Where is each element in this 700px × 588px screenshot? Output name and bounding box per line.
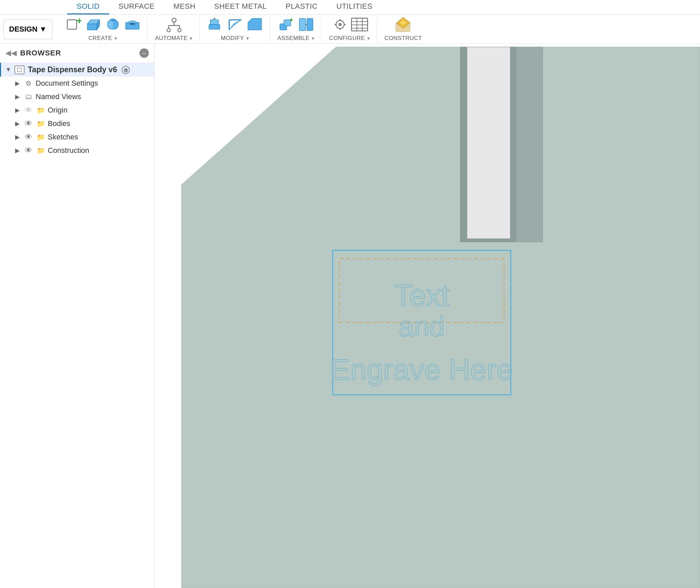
named-views-label: Named Views — [36, 92, 81, 101]
configure-table-icon[interactable] — [351, 17, 368, 32]
tab-surface[interactable]: SURFACE — [109, 0, 164, 14]
tool-group-modify: MODIFY ▼ — [201, 17, 270, 42]
tree-root[interactable]: ▼ □ Tape Dispenser Body v6 ◎ — [0, 63, 154, 77]
tree-item-bodies[interactable]: ▶ 👁 📁 Bodies — [0, 117, 154, 130]
automate-icon[interactable] — [165, 17, 183, 32]
svg-point-14 — [167, 29, 170, 32]
svg-text:and: and — [399, 311, 445, 342]
construction-arrow: ▶ — [13, 147, 22, 154]
doc-settings-label: Document Settings — [36, 79, 98, 88]
tab-sheet-metal[interactable]: SHEET METAL — [205, 0, 276, 14]
origin-arrow: ▶ — [13, 107, 22, 114]
fillet-icon[interactable] — [227, 17, 244, 32]
design-label: DESIGN — [9, 25, 37, 34]
modify-label[interactable]: MODIFY ▼ — [221, 35, 250, 42]
sketches-label: Sketches — [48, 133, 78, 141]
tab-mesh[interactable]: MESH — [164, 0, 205, 14]
svg-point-29 — [338, 23, 342, 26]
construction-eye-icon[interactable]: 👁 — [24, 146, 34, 155]
automate-label[interactable]: AUTOMATE ▼ — [155, 35, 193, 42]
browser-minimize-btn[interactable]: – — [139, 48, 149, 58]
tree-item-origin[interactable]: ▶ 👁 📁 Origin — [0, 103, 154, 117]
svg-marker-20 — [213, 18, 216, 19]
joint-icon[interactable] — [297, 17, 315, 32]
configure-icon1[interactable] — [331, 17, 349, 32]
create-caret: ▼ — [114, 36, 118, 41]
svg-rect-47 — [516, 47, 543, 242]
create-label[interactable]: CREATE ▼ — [88, 35, 118, 42]
tool-group-automate: AUTOMATE ▼ — [149, 17, 200, 42]
svg-rect-17 — [209, 25, 220, 29]
press-pull-icon[interactable] — [207, 17, 224, 32]
svg-rect-3 — [87, 24, 97, 30]
bodies-folder-icon: 📁 — [36, 120, 46, 128]
tab-plastic[interactable]: PLASTIC — [276, 0, 327, 14]
automate-caret: ▼ — [189, 36, 193, 41]
sketches-arrow: ▶ — [13, 133, 22, 141]
tab-bar: SOLID SURFACE MESH SHEET METAL PLASTIC U… — [0, 0, 700, 15]
named-views-arrow: ▶ — [13, 93, 22, 100]
svg-rect-22 — [284, 20, 291, 26]
tool-group-construct: CONSTRUCT — [378, 17, 428, 42]
extrude-icon[interactable] — [85, 17, 102, 32]
svg-rect-46 — [467, 47, 510, 239]
assemble-icons — [278, 17, 315, 32]
hole-icon[interactable] — [124, 17, 141, 32]
svg-rect-0 — [67, 20, 77, 29]
bodies-label: Bodies — [48, 119, 70, 128]
sketches-folder-icon: 📁 — [36, 133, 46, 141]
construction-folder-icon: 📁 — [36, 146, 46, 155]
revolve-icon[interactable] — [104, 17, 122, 32]
origin-eye-icon[interactable]: 👁 — [24, 106, 34, 115]
svg-text:Text: Text — [394, 279, 449, 312]
tree-item-named-views[interactable]: ▶ 🗂 Named Views — [0, 90, 154, 103]
svg-rect-26 — [307, 18, 313, 31]
construct-icon[interactable] — [395, 17, 412, 32]
new-component-icon[interactable] — [65, 17, 83, 32]
configure-icons — [331, 17, 368, 32]
modify-icons — [207, 17, 263, 32]
assemble-new-icon[interactable] — [278, 17, 295, 32]
svg-text:Engrave Here: Engrave Here — [331, 353, 513, 386]
modify-caret: ▼ — [245, 36, 250, 41]
tab-utilities[interactable]: UTILITIES — [327, 0, 382, 14]
construct-label[interactable]: CONSTRUCT — [384, 35, 422, 42]
viewport-svg: Text and Engrave Here — [155, 44, 700, 588]
browser-collapse-icon[interactable]: ◀◀ — [5, 49, 17, 57]
design-caret: ▼ — [39, 25, 47, 34]
doc-arrow: ▶ — [13, 80, 22, 87]
configure-caret: ▼ — [366, 36, 371, 41]
tool-group-assemble: ASSEMBLE ▼ — [271, 17, 322, 42]
root-body-icon: □ — [14, 66, 25, 74]
assemble-label[interactable]: ASSEMBLE ▼ — [277, 35, 315, 42]
tab-solid[interactable]: SOLID — [67, 0, 109, 14]
bodies-arrow: ▶ — [13, 120, 22, 127]
construction-label: Construction — [48, 146, 89, 155]
chamfer-icon[interactable] — [246, 17, 263, 32]
named-views-folder-icon: 🗂 — [24, 92, 34, 101]
browser-panel: ◀◀ BROWSER – ▼ □ Tape Dispenser Body v6 … — [0, 44, 155, 588]
tree-item-construction[interactable]: ▶ 👁 📁 Construction — [0, 144, 154, 157]
svg-point-10 — [172, 18, 176, 22]
viewport[interactable]: Text and Engrave Here — [155, 44, 700, 588]
tree-item-doc-settings[interactable]: ▶ ⚙ Document Settings — [0, 77, 154, 90]
bodies-eye-icon[interactable]: 👁 — [24, 119, 34, 128]
svg-point-6 — [110, 19, 116, 21]
sketches-eye-icon[interactable]: 👁 — [24, 133, 34, 141]
main-area: ◀◀ BROWSER – ▼ □ Tape Dispenser Body v6 … — [0, 44, 700, 588]
browser-title: BROWSER — [20, 49, 136, 57]
origin-folder-icon: 📁 — [36, 106, 46, 114]
svg-rect-18 — [210, 20, 218, 25]
gear-icon: ⚙ — [24, 79, 34, 87]
create-icons — [65, 17, 141, 32]
origin-label: Origin — [48, 106, 68, 115]
design-button[interactable]: DESIGN ▼ — [3, 19, 52, 39]
toolbar: SOLID SURFACE MESH SHEET METAL PLASTIC U… — [0, 0, 700, 44]
tool-group-create: CREATE ▼ — [59, 17, 148, 42]
svg-rect-25 — [299, 18, 305, 31]
tree-item-sketches[interactable]: ▶ 👁 📁 Sketches — [0, 130, 154, 144]
root-label: Tape Dispenser Body v6 — [28, 65, 117, 74]
root-target-icon[interactable]: ◎ — [122, 66, 130, 74]
construct-icons — [395, 17, 412, 32]
configure-label[interactable]: CONFIGURE ▼ — [329, 35, 371, 42]
